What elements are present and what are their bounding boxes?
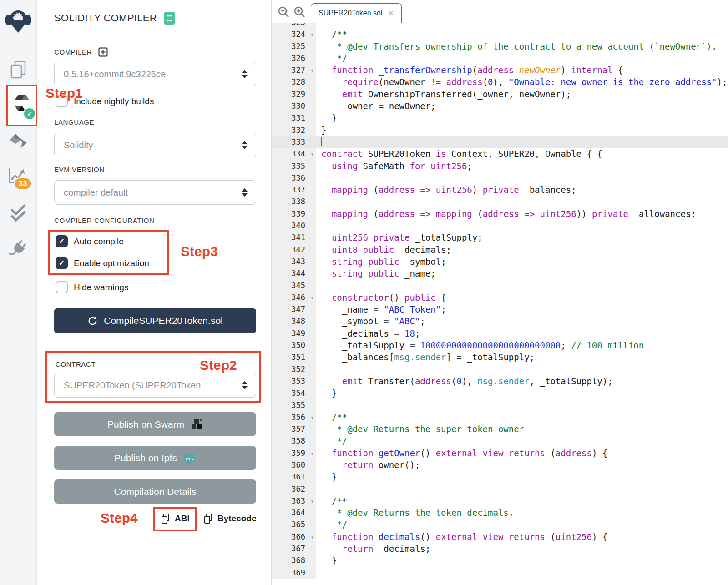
code-line[interactable]: 363▾ /** <box>272 495 728 507</box>
sidebar-item-deploy-run[interactable] <box>0 133 36 151</box>
code-text[interactable]: */ <box>316 52 728 64</box>
code-text[interactable]: */ <box>316 435 728 447</box>
code-line[interactable]: 365 */ <box>272 519 728 530</box>
code-text[interactable]: /** <box>316 495 728 507</box>
tab-super20token[interactable]: SUPER20Token.sol ✕ <box>311 3 402 23</box>
code-text[interactable]: _totalSupply = 1000000000000000000000000… <box>316 339 728 351</box>
code-line[interactable]: 347 _name = "ABC Token"; <box>272 303 728 315</box>
code-text[interactable] <box>316 136 728 148</box>
code-line[interactable]: 353 emit Transfer(address(0), msg.sender… <box>272 375 728 387</box>
code-text[interactable]: require(newOwner != address(0), "Ownable… <box>316 76 728 88</box>
code-line[interactable]: 356▾ /** <box>272 411 728 423</box>
code-line[interactable]: 361 } <box>272 471 728 483</box>
code-text[interactable]: * @dev Returns the token decimals. <box>316 507 728 519</box>
code-line[interactable]: 346▾ constructor() public { <box>272 292 728 303</box>
code-area[interactable]: 323324▾ /**325 * @dev Transfers ownershi… <box>272 23 728 585</box>
code-line[interactable]: 357 * @dev Returns the super token owner <box>272 423 728 435</box>
docs-book-icon[interactable] <box>164 12 175 25</box>
code-text[interactable]: * @dev Returns the super token owner <box>316 423 728 435</box>
code-line[interactable]: 359▾ function getOwner() external view r… <box>272 447 728 459</box>
code-text[interactable]: mapping (address => uint256) private _ba… <box>316 184 728 196</box>
code-line[interactable]: 354 } <box>272 387 728 399</box>
code-text[interactable] <box>316 220 728 232</box>
code-line[interactable]: 326 */ <box>272 52 728 64</box>
code-line[interactable]: 328 require(newOwner != address(0), "Own… <box>272 76 728 88</box>
code-text[interactable]: } <box>316 124 728 136</box>
fold-arrow-icon[interactable]: ▾ <box>311 29 314 40</box>
code-line[interactable]: 339 mapping (address => mapping (address… <box>272 208 728 220</box>
code-text[interactable]: /** <box>316 411 728 423</box>
compile-button[interactable]: CompileSUPER20Token.sol <box>54 308 256 333</box>
code-text[interactable]: } <box>316 471 728 483</box>
code-text[interactable]: function _transferOwnership(address newO… <box>316 64 728 76</box>
copy-bytecode-button[interactable]: Bytecode <box>203 513 257 524</box>
zoom-out-icon[interactable] <box>278 6 289 18</box>
code-text[interactable]: string public _name; <box>316 267 728 279</box>
code-text[interactable]: _balances[msg.sender] = _totalSupply; <box>316 351 728 363</box>
fold-arrow-icon[interactable]: ▾ <box>311 531 314 543</box>
code-text[interactable]: return owner(); <box>316 459 728 471</box>
code-line[interactable]: 340 <box>272 220 728 232</box>
code-text[interactable] <box>316 23 728 28</box>
code-line[interactable]: 345 <box>272 280 728 292</box>
code-line[interactable]: 331 } <box>272 112 728 124</box>
code-text[interactable]: uint8 public _decimals; <box>316 244 728 256</box>
code-text[interactable]: return _decimals; <box>316 543 728 555</box>
code-line[interactable]: 330 _owner = newOwner; <box>272 100 728 112</box>
code-line[interactable]: 333 <box>272 136 728 148</box>
code-line[interactable]: 325 * @dev Transfers ownership of the co… <box>272 40 728 52</box>
sidebar-item-analysis[interactable]: 33 <box>0 166 36 192</box>
fold-arrow-icon[interactable]: ▾ <box>311 292 314 304</box>
code-line[interactable]: 360 return owner(); <box>272 459 728 471</box>
code-text[interactable]: } <box>316 112 728 124</box>
code-line[interactable]: 367 return _decimals; <box>272 543 728 555</box>
code-text[interactable]: mapping (address => mapping (address => … <box>316 208 728 220</box>
code-line[interactable]: 336 <box>272 172 728 184</box>
code-text[interactable]: _name = "ABC Token"; <box>316 303 728 315</box>
code-line[interactable]: 342 uint8 public _decimals; <box>272 244 728 256</box>
language-select[interactable]: Solidity <box>54 133 256 157</box>
fold-arrow-icon[interactable]: ▾ <box>311 65 314 76</box>
code-text[interactable]: function getOwner() external view return… <box>316 447 728 459</box>
compilation-details-button[interactable]: Compilation Details <box>54 479 256 504</box>
code-text[interactable]: using SafeMath for uint256; <box>316 160 728 172</box>
code-text[interactable]: function decimals() external view return… <box>316 531 728 543</box>
nightly-builds-checkbox[interactable] <box>56 95 68 107</box>
code-text[interactable] <box>316 483 728 495</box>
code-line[interactable]: 323 <box>272 23 728 28</box>
zoom-in-icon[interactable] <box>293 6 305 18</box>
code-text[interactable] <box>316 567 728 579</box>
code-text[interactable] <box>316 399 728 411</box>
code-line[interactable]: 350 _totalSupply = 100000000000000000000… <box>272 339 728 351</box>
code-text[interactable] <box>316 196 728 207</box>
fold-arrow-icon[interactable]: ▾ <box>311 495 314 507</box>
remix-logo[interactable] <box>0 7 36 35</box>
code-line[interactable]: 366▾ function decimals() external view r… <box>272 531 728 543</box>
code-line[interactable]: 352 <box>272 363 728 375</box>
hide-warnings-checkbox[interactable] <box>56 281 68 293</box>
code-text[interactable] <box>316 172 728 184</box>
code-line[interactable]: 338 <box>272 196 728 207</box>
code-line[interactable]: 337 mapping (address => uint256) private… <box>272 184 728 196</box>
code-text[interactable]: constructor() public { <box>316 292 728 303</box>
code-line[interactable]: 369 <box>272 567 728 579</box>
code-text[interactable]: /** <box>316 28 728 40</box>
fold-arrow-icon[interactable]: ▾ <box>311 148 314 160</box>
sidebar-item-debugger[interactable] <box>0 204 36 225</box>
code-line[interactable]: 348 _symbol = "ABC"; <box>272 315 728 327</box>
sidebar-item-solidity-compiler[interactable]: ✓ <box>6 85 38 126</box>
evm-version-select[interactable]: compiler default <box>54 180 256 205</box>
code-text[interactable]: */ <box>316 519 728 530</box>
fold-arrow-icon[interactable]: ▾ <box>311 412 314 424</box>
code-line[interactable]: 343 string public _symbol; <box>272 256 728 267</box>
code-line[interactable]: 329 emit OwnershipTransferred(_owner, ne… <box>272 88 728 100</box>
code-line[interactable]: 324▾ /** <box>272 28 728 40</box>
code-text[interactable]: _symbol = "ABC"; <box>316 315 728 327</box>
code-line[interactable]: 358 */ <box>272 435 728 447</box>
publish-ipfs-button[interactable]: Publish on Ipfs IPFS <box>54 446 256 470</box>
code-line[interactable]: 351 _balances[msg.sender] = _totalSupply… <box>272 351 728 363</box>
compiler-version-select[interactable]: 0.5.16+commit.9c3226ce <box>54 62 256 86</box>
code-text[interactable]: string public _symbol; <box>316 256 728 267</box>
code-line[interactable]: 341 uint256 private _totalSupply; <box>272 232 728 243</box>
code-text[interactable]: } <box>316 387 728 399</box>
